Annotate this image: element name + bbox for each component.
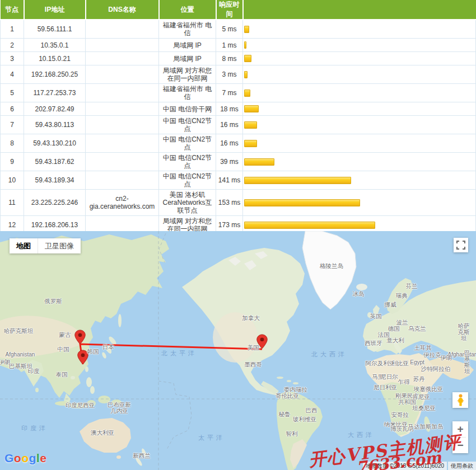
response-bar xyxy=(244,105,259,112)
fullscreen-button[interactable] xyxy=(454,238,468,252)
location-cell: 中国 电信CN2节点 xyxy=(159,171,216,190)
bar-cell xyxy=(243,39,476,52)
google-logo[interactable]: Google xyxy=(4,452,46,465)
col-header-time: 响应时间 xyxy=(216,0,243,20)
route-layer xyxy=(0,231,476,470)
table-row: 1123.225.225.246cn2-gia.ceranetworks.com… xyxy=(1,190,476,216)
dns-cell xyxy=(86,116,159,134)
time-cell: 16 ms xyxy=(216,116,243,134)
location-cell: 局域网 对方和您在同一内部网 xyxy=(159,65,216,84)
bar-cell xyxy=(243,134,476,153)
bar-cell xyxy=(243,171,476,190)
table-header-row: 节点 IP地址 DNS名称 位置 响应时间 xyxy=(1,0,476,20)
table-row: 759.43.80.113中国 电信CN2节点16 ms xyxy=(1,116,476,134)
col-header-bar xyxy=(243,0,476,20)
dns-cell xyxy=(86,39,159,52)
ip-cell: 192.168.250.25 xyxy=(24,65,86,84)
response-bar xyxy=(244,90,250,97)
time-cell: 16 ms xyxy=(216,134,243,153)
time-cell: 18 ms xyxy=(216,102,243,116)
node-cell: 1 xyxy=(1,20,24,39)
map-pin[interactable] xyxy=(78,350,88,364)
bar-cell xyxy=(243,65,476,84)
route-line xyxy=(80,344,262,364)
response-bar xyxy=(244,140,257,147)
dns-cell: cn2-gia.ceranetworks.com xyxy=(86,190,159,216)
node-cell: 8 xyxy=(1,134,24,153)
node-cell: 7 xyxy=(1,116,24,134)
map-pin[interactable] xyxy=(257,335,267,349)
bar-cell xyxy=(243,102,476,116)
time-cell: 141 ms xyxy=(216,171,243,190)
ip-cell: 59.43.130.210 xyxy=(24,134,86,153)
bar-cell xyxy=(243,20,476,39)
table-row: 310.15.0.21局域网 IP8 ms xyxy=(1,52,476,65)
ip-cell: 10.15.0.21 xyxy=(24,52,86,65)
map-attribution: 地图数据 ©2018 GS(2011)6020 使用条款 xyxy=(362,462,476,470)
dns-cell xyxy=(86,84,159,102)
pegman-icon xyxy=(456,394,465,406)
map-pin[interactable] xyxy=(75,330,85,344)
time-cell: 153 ms xyxy=(216,190,243,216)
node-cell: 3 xyxy=(1,52,24,65)
ip-cell: 59.43.189.34 xyxy=(24,171,86,190)
ip-cell: 23.225.225.246 xyxy=(24,190,86,216)
response-bar xyxy=(244,121,257,129)
dns-cell xyxy=(86,65,159,84)
zoom-out-button[interactable]: − xyxy=(452,438,468,453)
col-header-dns: DNS名称 xyxy=(86,0,159,20)
location-cell: 局域网 IP xyxy=(159,52,216,65)
ip-cell: 10.35.0.1 xyxy=(24,39,86,52)
response-bar xyxy=(244,26,249,33)
bar-cell xyxy=(243,190,476,216)
attribution-text: 地图数据 ©2018 GS(2011)6020 xyxy=(363,462,447,470)
location-cell: 福建省福州市 电信 xyxy=(159,20,216,39)
col-header-node: 节点 xyxy=(1,0,24,20)
location-cell: 中国 电信CN2节点 xyxy=(159,153,216,171)
dns-cell xyxy=(86,102,159,116)
location-cell: 美国 洛杉矶CeraNetworks互联节点 xyxy=(159,190,216,216)
bar-cell xyxy=(243,84,476,102)
node-cell: 11 xyxy=(1,190,24,216)
time-cell: 3 ms xyxy=(216,65,243,84)
response-bar xyxy=(244,177,351,184)
node-cell: 5 xyxy=(1,84,24,102)
location-cell: 局域网 IP xyxy=(159,39,216,52)
time-cell: 8 ms xyxy=(216,52,243,65)
dns-cell xyxy=(86,134,159,153)
table-row: 859.43.130.210中国 电信CN2节点16 ms xyxy=(1,134,476,153)
ip-cell: 202.97.82.49 xyxy=(24,102,86,116)
node-cell: 9 xyxy=(1,153,24,171)
node-cell: 2 xyxy=(1,39,24,52)
location-cell: 中国 电信CN2节点 xyxy=(159,134,216,153)
response-bar xyxy=(244,199,360,206)
fullscreen-icon xyxy=(456,241,465,250)
zoom-in-button[interactable]: + xyxy=(452,421,468,437)
table-row: 210.35.0.1局域网 IP1 ms xyxy=(1,39,476,52)
response-bar xyxy=(244,71,248,78)
terms-link[interactable]: 使用条款 xyxy=(448,462,476,470)
time-cell: 7 ms xyxy=(216,84,243,102)
ip-cell: 59.56.111.1 xyxy=(24,20,86,39)
map-type-satellite-button[interactable]: 卫星图像 xyxy=(38,238,81,253)
response-bar xyxy=(244,55,251,62)
table-row: 159.56.111.1福建省福州市 电信5 ms xyxy=(1,20,476,39)
bar-cell xyxy=(243,52,476,65)
col-header-ip: IP地址 xyxy=(24,0,86,20)
ip-cell: 117.27.253.73 xyxy=(24,84,86,102)
bar-cell xyxy=(243,116,476,134)
table-row: 1059.43.189.34中国 电信CN2节点141 ms xyxy=(1,171,476,190)
map-type-map-button[interactable]: 地图 xyxy=(10,238,38,253)
response-bar xyxy=(244,222,375,229)
node-cell: 6 xyxy=(1,102,24,116)
col-header-location: 位置 xyxy=(159,0,216,20)
ip-cell: 59.43.187.62 xyxy=(24,153,86,171)
dns-cell xyxy=(86,20,159,39)
pegman-button[interactable] xyxy=(452,392,468,408)
map-canvas[interactable]: 俄罗斯哈萨克斯坦蒙古中国日本韩国泰国印度Afghanistan伊朗巴基斯坦印度尼… xyxy=(0,231,476,470)
dns-cell xyxy=(86,171,159,190)
node-cell: 10 xyxy=(1,171,24,190)
location-cell: 福建省福州市 电信 xyxy=(159,84,216,102)
ip-cell: 59.43.80.113 xyxy=(24,116,86,134)
bar-cell xyxy=(243,153,476,171)
